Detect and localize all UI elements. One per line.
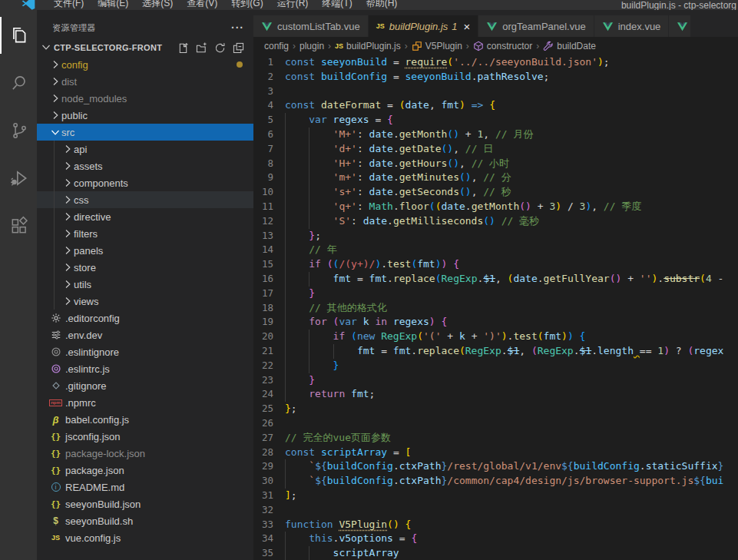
- tree-item-.eslintrc.js[interactable]: .eslintrc.js: [37, 360, 253, 377]
- new-folder-icon[interactable]: [196, 42, 207, 54]
- refresh-icon[interactable]: [214, 42, 226, 54]
- code-line-33[interactable]: 33function V5Plugin() {: [253, 518, 738, 532]
- tree-item-components[interactable]: components: [37, 174, 253, 191]
- tree-item-views[interactable]: views: [37, 293, 253, 310]
- code-line-21[interactable]: 21fmt = fmt.replace(RegExp.$1, (RegExp.$…: [253, 344, 738, 359]
- menu-item-6[interactable]: 终端(T): [315, 0, 359, 10]
- breadcrumb-item-config[interactable]: config: [264, 41, 289, 51]
- code-line-1[interactable]: 1const seeyonBuild = require('../../seey…: [253, 55, 738, 70]
- tree-item-jsconfig.json[interactable]: {}jsconfig.json: [37, 428, 253, 445]
- tree-item-vue.config.js[interactable]: JSvue.config.js: [37, 529, 253, 546]
- tree-item-filters[interactable]: filters: [37, 225, 253, 242]
- project-root-row[interactable]: CTP-SELECTORG-FRONT: [37, 39, 253, 56]
- tab-c[interactable]: c: [669, 15, 690, 37]
- more-actions-icon[interactable]: ···: [231, 22, 244, 34]
- code-line-35[interactable]: 35scriptArray: [253, 546, 738, 560]
- tree-item-seeyonBuild.json[interactable]: {}seeyonBuild.json: [37, 495, 253, 512]
- menu-item-4[interactable]: 转到(G): [224, 0, 270, 10]
- code-line-22[interactable]: 22}: [253, 359, 738, 373]
- code-line-4[interactable]: 4const dateFormat = (date, fmt) => {: [253, 98, 738, 113]
- code-line-12[interactable]: 12'S': date.getMilliseconds() // 毫秒: [253, 214, 738, 229]
- collapse-all-icon[interactable]: [233, 42, 244, 54]
- tree-item-public[interactable]: public: [37, 107, 253, 124]
- code-line-31[interactable]: 31];: [253, 489, 738, 503]
- tree-item-assets[interactable]: assets: [37, 157, 253, 174]
- chevron-right-icon: [61, 244, 74, 257]
- tab-orgTeamPanel.vue[interactable]: orgTeamPanel.vue: [478, 15, 594, 37]
- code-line-25[interactable]: 25};: [253, 402, 738, 416]
- tree-item-package-lock.json[interactable]: {}package-lock.json: [37, 445, 253, 462]
- code-line-5[interactable]: 5var regexs = {: [253, 113, 738, 128]
- code-line-14[interactable]: 14// 年: [253, 243, 738, 257]
- code-line-15[interactable]: 15if ((/(y+)/).test(fmt)) {: [253, 257, 738, 272]
- chevron-right-icon: [61, 194, 74, 206]
- code-line-11[interactable]: 11'q+': Math.floor((date.getMonth() + 3)…: [253, 200, 738, 214]
- tree-item-package.json[interactable]: {}package.json: [37, 462, 253, 479]
- code-line-16[interactable]: 16fmt = fmt.replace(RegExp.$1, (date.get…: [253, 272, 738, 287]
- tree-item-babel.config.js[interactable]: βbabel.config.js: [37, 411, 253, 428]
- tree-item-.npmrc[interactable]: npm.npmrc: [37, 394, 253, 411]
- activity-item-files-icon[interactable]: [0, 17, 37, 54]
- code-line-text: 'H+': date.getHours(), // 小时: [285, 157, 738, 171]
- code-line-9[interactable]: 9'm+': date.getMinutes(), // 分: [253, 171, 738, 185]
- code-line-8[interactable]: 8'H+': date.getHours(), // 小时: [253, 157, 738, 171]
- tree-item-directive[interactable]: directive: [37, 208, 253, 225]
- settings-lines-icon: [49, 329, 62, 341]
- menu-item-0[interactable]: 文件(F): [47, 0, 91, 10]
- tab-index.vue[interactable]: index.vue: [594, 15, 670, 37]
- breadcrumb-item-V5Plugin[interactable]: V5Plugin: [412, 41, 462, 51]
- activity-item-source-control-icon[interactable]: [0, 112, 37, 149]
- breadcrumb-item-buildDate[interactable]: buildDate: [543, 41, 596, 51]
- code-line-13[interactable]: 13};: [253, 229, 738, 244]
- tree-item-panels[interactable]: panels: [37, 242, 253, 259]
- code-line-34[interactable]: 34this.v5options = {: [253, 532, 738, 546]
- activity-item-run-debug-icon[interactable]: [0, 160, 37, 197]
- code-line-29[interactable]: 29`${buildConfig.ctxPath}/rest/global/v1…: [253, 459, 738, 474]
- menu-item-2[interactable]: 选择(S): [135, 0, 180, 10]
- menu-item-3[interactable]: 查看(V): [180, 0, 224, 10]
- breadcrumb-item-buildPlugin.js[interactable]: JSbuildPlugin.js: [335, 41, 401, 51]
- code-line-7[interactable]: 7'd+': date.getDate(), // 日: [253, 142, 738, 157]
- code-line-20[interactable]: 20if (new RegExp('(' + k + ')').test(fmt…: [253, 330, 738, 344]
- tree-item-css[interactable]: css: [37, 191, 253, 208]
- breadcrumb-item-plugin[interactable]: plugin: [300, 41, 324, 51]
- code-line-30[interactable]: 30`${buildConfig.ctxPath}/common/cap4/de…: [253, 474, 738, 489]
- code-editor[interactable]: 1const seeyonBuild = require('../../seey…: [253, 55, 738, 560]
- code-line-6[interactable]: 6'M+': date.getMonth() + 1, // 月份: [253, 128, 738, 142]
- tree-item-README.md[interactable]: iREADME.md: [37, 479, 253, 495]
- activity-item-search-icon[interactable]: [0, 65, 37, 101]
- tree-item-.eslintignore[interactable]: .eslintignore: [37, 343, 253, 360]
- new-file-icon[interactable]: [177, 42, 189, 54]
- tree-item-.env.dev[interactable]: .env.dev: [37, 326, 253, 343]
- tree-item-config[interactable]: config: [37, 56, 253, 73]
- code-line-26[interactable]: 26: [253, 416, 738, 431]
- close-icon[interactable]: ×: [464, 20, 471, 33]
- menu-item-1[interactable]: 编辑(E): [91, 0, 135, 10]
- tree-item-seeyonBuild.sh[interactable]: $seeyonBuild.sh: [37, 512, 253, 529]
- code-line-27[interactable]: 27// 完全的vue页面参数: [253, 431, 738, 446]
- tree-item-utils[interactable]: utils: [37, 276, 253, 293]
- code-line-18[interactable]: 18// 其他的格式化: [253, 301, 738, 316]
- tree-item-store[interactable]: store: [37, 259, 253, 276]
- code-line-3[interactable]: 3: [253, 84, 738, 99]
- tree-item-.editorconfig[interactable]: .editorconfig: [37, 310, 253, 326]
- code-line-10[interactable]: 10's+': date.getSeconds(), // 秒: [253, 185, 738, 200]
- tree-item-.gitignore[interactable]: .gitignore: [37, 377, 253, 394]
- breadcrumb-item-constructor[interactable]: constructor: [473, 41, 532, 51]
- code-line-32[interactable]: 32: [253, 503, 738, 518]
- code-line-23[interactable]: 23}: [253, 373, 738, 388]
- code-line-2[interactable]: 2const buildConfig = seeyonBuild.pathRes…: [253, 70, 738, 84]
- tab-customListTab.vue[interactable]: customListTab.vue: [253, 15, 369, 37]
- code-line-28[interactable]: 28const scriptArray = [: [253, 446, 738, 460]
- menu-item-7[interactable]: 帮助(H): [359, 0, 405, 10]
- activity-item-extensions-icon[interactable]: [0, 207, 37, 244]
- menu-item-5[interactable]: 运行(R): [270, 0, 316, 10]
- tree-item-node_modules[interactable]: node_modules: [37, 90, 253, 107]
- tab-buildPlugin.js[interactable]: JSbuildPlugin.js1×: [369, 15, 479, 37]
- code-line-24[interactable]: 24return fmt;: [253, 387, 738, 402]
- code-line-17[interactable]: 17}: [253, 287, 738, 301]
- tree-item-src[interactable]: src: [37, 124, 253, 141]
- code-line-19[interactable]: 19for (var k in regexs) {: [253, 315, 738, 330]
- tree-item-dist[interactable]: dist: [37, 73, 253, 90]
- tree-item-api[interactable]: api: [37, 141, 253, 157]
